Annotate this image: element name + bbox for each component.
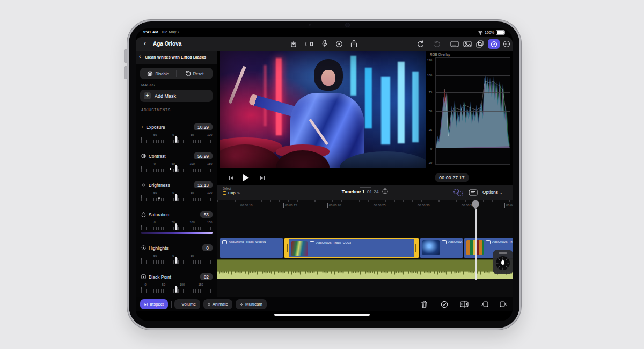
slider-brightness: Brightness12.13 -50050100 <box>141 181 213 201</box>
chevron-down-icon: ⌄ <box>499 190 503 195</box>
slider-value[interactable]: 12.13 <box>194 181 213 188</box>
slider-value[interactable]: 0 <box>202 244 213 251</box>
gridline-100 <box>436 75 510 76</box>
video-preview[interactable] <box>220 51 427 168</box>
timeline-clip-1[interactable]: AgaOrlova_Track_Wide01 <box>220 238 283 258</box>
default-marker <box>158 197 160 199</box>
inspector-gauge-icon <box>491 41 497 48</box>
slider-value[interactable]: 10.29 <box>194 123 213 130</box>
info-icon[interactable] <box>382 188 388 194</box>
contrast-icon <box>141 154 146 158</box>
video-track: AgaOrlova_Track_Wide01 AgaOrlova_Track_C… <box>217 238 513 258</box>
screen: 9:41 AMTue May 7 100% ‹ Aga Orlova <box>136 28 513 321</box>
slider-value[interactable]: 82 <box>200 273 213 280</box>
trim-handle-right[interactable] <box>414 239 418 257</box>
ipad-frame: 9:41 AMTue May 7 100% ‹ Aga Orlova <box>127 20 521 330</box>
brightness-icon <box>141 183 146 187</box>
trim-icon[interactable] <box>460 301 469 308</box>
project-title: Aga Orlova <box>153 41 181 47</box>
masks-section-label: MASKS <box>141 83 155 87</box>
multicam-grid-icon <box>240 302 243 307</box>
inspector-toggle-button[interactable] <box>488 39 500 49</box>
slider-thumb[interactable] <box>175 165 177 172</box>
exposure-ruler[interactable]: -50050100 <box>141 134 213 143</box>
disable-button[interactable]: Disable <box>140 68 176 79</box>
add-mask-label: Add Mask <box>155 93 176 99</box>
effects-icon[interactable] <box>476 40 484 48</box>
slider-thumb[interactable] <box>175 223 177 230</box>
reset-button[interactable]: Reset <box>177 68 213 79</box>
multicam-button[interactable]: Multicam <box>236 299 267 309</box>
inspect-button[interactable]: Inspect <box>140 299 168 309</box>
clip-icon <box>310 241 314 245</box>
front-camera <box>345 23 350 27</box>
clip-thumbnail <box>422 240 440 255</box>
home-indicator[interactable] <box>274 314 370 316</box>
clip-thumbnail <box>291 241 308 256</box>
camera-icon[interactable] <box>305 41 313 47</box>
contrast-ruler[interactable]: 050100150 <box>141 163 213 172</box>
mic-icon[interactable] <box>321 40 328 48</box>
play-button[interactable] <box>242 173 250 182</box>
media-browser-icon[interactable] <box>463 41 472 47</box>
status-time: 9:41 AMTue May 7 <box>143 30 180 34</box>
timeline-ruler[interactable]: 00:00:10 00:00:15 00:00:20 00:00:25 00:0… <box>217 200 513 210</box>
color-inspector-panel: ‹ Clean Whites with Lifted Blacks Disabl… <box>136 51 217 297</box>
undo-icon[interactable] <box>417 40 425 48</box>
battery-icon <box>496 30 505 35</box>
more-icon[interactable] <box>503 40 510 48</box>
clip-browser-icon[interactable] <box>469 188 478 196</box>
keyframe-icon <box>208 302 210 307</box>
slider-thumb[interactable] <box>175 286 177 293</box>
section-divider <box>140 239 213 239</box>
share-icon[interactable] <box>350 40 357 48</box>
slider-exposure: ±Exposure10.29 -50050100 <box>141 123 213 143</box>
black-point-ruler[interactable]: 050100150 <box>141 283 213 293</box>
connect-clips-icon[interactable] <box>453 189 463 196</box>
playhead-handle[interactable] <box>472 200 479 208</box>
record-icon[interactable] <box>335 40 343 48</box>
vignette <box>220 51 427 168</box>
animate-button[interactable]: Animate <box>203 299 232 309</box>
slider-highlights: Highlights0 -50050 <box>141 244 213 264</box>
clip-thumbnail <box>466 240 484 255</box>
highlights-ruler[interactable]: -50050 <box>141 255 213 264</box>
playhead-tip <box>474 207 477 210</box>
options-button[interactable]: Options ⌄ <box>482 190 503 195</box>
slider-thumb[interactable] <box>175 257 177 264</box>
append-clip-icon[interactable] <box>500 301 508 308</box>
transport-bar: 00:00:27:17 74 % <box>217 171 513 185</box>
volume-button[interactable]: Volume <box>174 299 200 309</box>
playhead-line[interactable] <box>475 209 477 280</box>
audio-track[interactable] <box>217 259 513 279</box>
slider-thumb[interactable] <box>175 194 177 201</box>
done-icon[interactable] <box>441 301 448 308</box>
jog-dial-icon <box>495 256 510 271</box>
delete-clip-icon[interactable] <box>421 301 428 308</box>
titles-icon[interactable] <box>450 41 459 47</box>
slider-saturation: Saturation53 050100150 <box>141 210 213 230</box>
reset-label: Reset <box>193 71 204 76</box>
gridline-0 <box>436 149 510 149</box>
slider-thumb[interactable] <box>175 136 177 143</box>
insert-clip-icon[interactable] <box>480 301 488 308</box>
slider-value[interactable]: 53 <box>200 211 213 218</box>
brightness-ruler[interactable]: -50050100 <box>141 192 213 201</box>
slider-value[interactable]: 56.99 <box>194 152 213 159</box>
eye-off-icon <box>147 71 153 76</box>
timeline-clip-3[interactable]: AgaOrlov... <box>420 238 463 258</box>
jog-wheel[interactable] <box>493 250 513 274</box>
saturation-ruler[interactable]: 050100150 <box>141 221 213 230</box>
next-frame-button[interactable] <box>259 175 266 181</box>
trim-handle-left[interactable] <box>286 239 289 257</box>
preset-back-button[interactable]: ‹ <box>139 54 141 60</box>
timeline-clip-2-selected[interactable]: AgaOrlova_Track_CU03 <box>284 238 419 258</box>
saturation-gradient-bar <box>141 232 213 234</box>
previous-frame-button[interactable] <box>228 175 235 181</box>
add-mask-button[interactable]: + Add Mask <box>140 90 213 102</box>
back-button[interactable]: ‹ <box>144 40 146 47</box>
gridline-50 <box>436 111 510 112</box>
import-icon[interactable] <box>290 40 297 48</box>
black-point-icon <box>141 274 146 279</box>
clip-icon <box>442 240 447 244</box>
